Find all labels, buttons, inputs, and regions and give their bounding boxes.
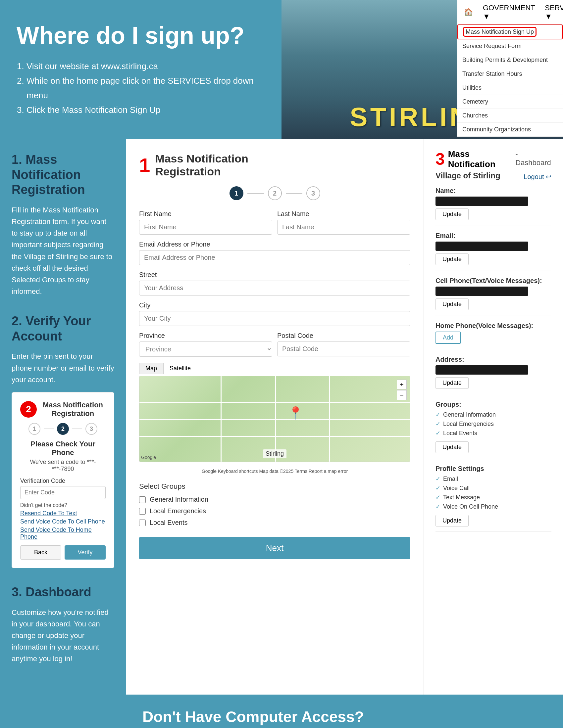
dash-group-events: ✓ Local Events	[436, 430, 551, 437]
menu-item-mass-notification[interactable]: Mass Notification Sign Up ↗	[457, 24, 563, 39]
map-tabs-container: Map Satellite	[139, 363, 410, 374]
back-button[interactable]: Back	[20, 545, 61, 560]
dash-group-emergencies-label: Local Emergencies	[443, 421, 494, 428]
no-computer-title: Don't Have Computer Access?	[142, 708, 546, 726]
update-cell-button[interactable]: Update	[436, 298, 469, 310]
check-icon-email: ✓	[436, 475, 441, 482]
verify-button[interactable]: Verify	[65, 545, 106, 560]
step-3: Click the Mass Notification Sign Up	[26, 103, 265, 117]
street-label: Street	[139, 271, 410, 279]
dash-groups-label: Groups:	[436, 401, 551, 408]
dash-address-label: Address:	[436, 356, 551, 363]
check-phone-label: Please Check Your Phone	[20, 440, 106, 457]
logout-button[interactable]: Logout ↩	[524, 173, 551, 181]
verify-title2: Registration	[40, 409, 106, 418]
bottom-left-panel	[0, 695, 126, 728]
group-events-checkbox[interactable]	[139, 520, 146, 526]
menu-item-service-request[interactable]: Service Request Form	[457, 39, 563, 53]
resend-voice-home-link[interactable]: Send Voice Code To Home Phone	[20, 526, 106, 540]
update-name-button[interactable]: Update	[436, 208, 469, 220]
government-menu[interactable]: GOVERNMENT ▼	[483, 4, 535, 21]
vstep-3: 3	[85, 423, 97, 435]
city-row: City	[139, 301, 410, 326]
sent-msg: We've sent a code to ***-***-7890	[20, 459, 106, 473]
email-input[interactable]	[139, 250, 410, 265]
dash-name-value	[436, 197, 528, 206]
verify-card: 2 Mass Notification Registration 1 2 3 P…	[12, 392, 114, 568]
verify-title: Mass Notification	[40, 401, 106, 409]
profile-email: ✓ Email	[436, 475, 551, 482]
map-tab-satellite[interactable]: Satellite	[163, 363, 197, 374]
group-emergencies-checkbox[interactable]	[139, 508, 146, 515]
update-email-button[interactable]: Update	[436, 253, 469, 265]
city-input[interactable]	[139, 311, 410, 326]
province-select[interactable]: Province AB BC SK	[139, 341, 272, 357]
nav-bar: 🏠 GOVERNMENT ▼ SERVICES ▼	[457, 0, 563, 24]
form-progress: 1 2 3	[139, 186, 410, 200]
province-label: Province	[139, 332, 272, 340]
dash-cell-label: Cell Phone(Text/Voice Messages):	[436, 277, 551, 285]
dash-profile-label: Profile Settings	[436, 465, 551, 473]
update-address-button[interactable]: Update	[436, 377, 469, 389]
dash-email-label: Email:	[436, 232, 551, 240]
menu-item-community-org[interactable]: Community Organizations	[457, 123, 563, 137]
vstep-1: 1	[28, 423, 40, 435]
dash-cell-value	[436, 287, 528, 296]
menu-item-transfer-station[interactable]: Transfer Station Hours	[457, 67, 563, 81]
profile-email-label: Email	[443, 476, 458, 482]
section3-body: Customize how you're notified in your da…	[12, 607, 114, 665]
form-step-num: 1	[139, 154, 150, 177]
street-input[interactable]	[139, 281, 410, 296]
code-input[interactable]	[20, 486, 106, 499]
update-profile-button[interactable]: Update	[436, 515, 469, 526]
menu-item-cemetery[interactable]: Cemetery	[457, 95, 563, 109]
dash-groups-list: ✓ General Information ✓ Local Emergencie…	[436, 411, 551, 437]
section1-body: Fill in the Mass Notification Registrati…	[12, 204, 114, 297]
dashboard-panel: 3 Mass Notification - Dashboard Village …	[424, 139, 563, 695]
vstep-2: 2	[57, 423, 69, 435]
update-groups-button[interactable]: Update	[436, 441, 469, 453]
groups-title: Select Groups	[139, 482, 410, 491]
first-name-col: First Name	[139, 210, 272, 235]
group-general-info: General Information	[139, 496, 410, 503]
dash-group-general-label: General Information	[443, 411, 496, 418]
first-name-input[interactable]	[139, 220, 272, 235]
add-home-button[interactable]: Add	[436, 332, 461, 344]
check-icon-emergencies: ✓	[436, 420, 441, 428]
postal-input[interactable]	[277, 341, 410, 356]
dash-address-section: Address: Update	[436, 356, 551, 394]
form-panel: 1 Mass Notification Registration 1 2 3 F…	[126, 139, 424, 695]
top-section: Where do I sign up? Visit our website at…	[0, 0, 563, 139]
profile-voice-cell-label: Voice On Cell Phone	[443, 503, 498, 510]
verify-buttons: Back Verify	[20, 545, 106, 560]
profile-voice-call: ✓ Voice Call	[436, 484, 551, 492]
dash-address-value	[436, 365, 528, 375]
step-1: Visit our website at www.stirling.ca	[26, 59, 265, 73]
dash-subtitle: - Dashboard	[515, 150, 551, 167]
menu-item-utilities[interactable]: Utilities	[457, 81, 563, 95]
dash-home-label: Home Phone(Voice Messages):	[436, 322, 551, 330]
didnt-get-label: Didn't get the code?	[20, 502, 106, 508]
services-menu[interactable]: SERVICES ▼	[545, 4, 563, 21]
profile-voice-cell: ✓ Voice On Cell Phone	[436, 503, 551, 510]
dash-email-value	[436, 242, 528, 251]
resend-text-link[interactable]: Resend Code To Text	[20, 510, 106, 517]
steps-list: Visit our website at www.stirling.ca Whi…	[17, 59, 265, 117]
last-name-input[interactable]	[277, 220, 410, 235]
menu-item-building-permits[interactable]: Building Permits & Development	[457, 53, 563, 67]
group-general-checkbox[interactable]	[139, 496, 146, 503]
home-icon[interactable]: 🏠	[464, 8, 473, 17]
section3-title: 3. Dashboard	[12, 585, 114, 600]
map-road-v1	[220, 376, 221, 462]
next-button[interactable]: Next	[139, 537, 410, 559]
map-tab-map[interactable]: Map	[139, 363, 163, 374]
group-local-emergencies: Local Emergencies	[139, 507, 410, 515]
map-google-label: Google	[141, 455, 156, 460]
map-background: 📍 Stirling Google + −	[139, 376, 410, 462]
map-container: 📍 Stirling Google + −	[139, 376, 410, 462]
resend-voice-cell-link[interactable]: Send Voice Code To Cell Phone	[20, 518, 106, 525]
map-zoom-in[interactable]: +	[397, 380, 407, 389]
map-zoom-out[interactable]: −	[397, 390, 407, 400]
dash-header: 3 Mass Notification - Dashboard	[436, 149, 551, 169]
menu-item-churches[interactable]: Churches	[457, 109, 563, 123]
